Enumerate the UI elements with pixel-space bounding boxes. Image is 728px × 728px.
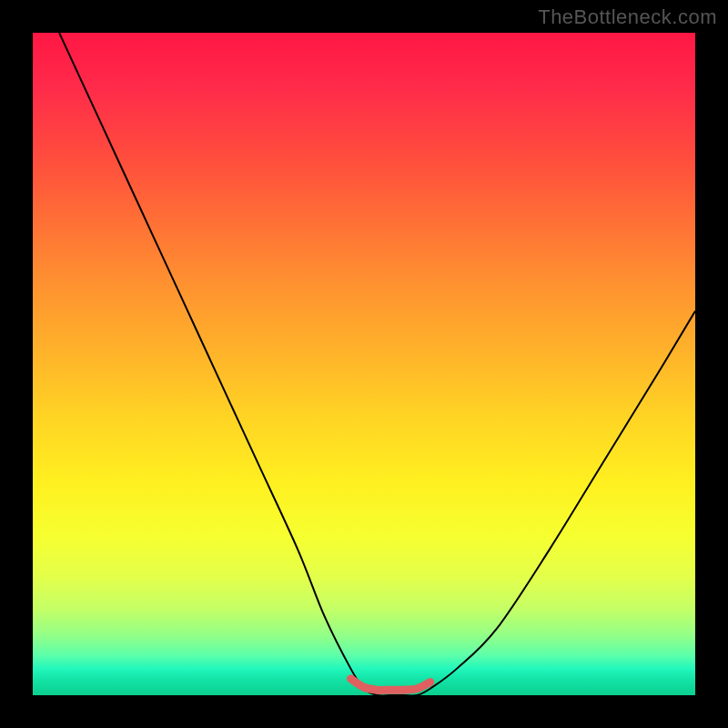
chart-frame: TheBottleneck.com [0, 0, 728, 728]
watermark-text: TheBottleneck.com [538, 5, 717, 29]
curve-svg [33, 33, 695, 695]
highlight-segment [350, 679, 430, 691]
bottleneck-curve [59, 33, 695, 695]
plot-area [33, 33, 695, 695]
